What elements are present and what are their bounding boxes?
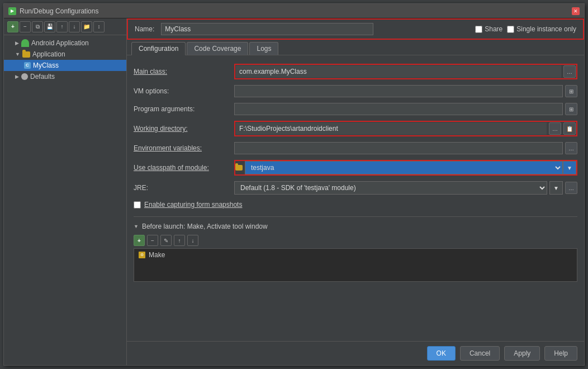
- working-dir-input[interactable]: [236, 122, 547, 135]
- tabs-row: Configuration Code Coverage Logs: [127, 40, 584, 55]
- capture-snapshots-checkbox[interactable]: [134, 201, 141, 209]
- main-class-label: Main class:: [134, 68, 234, 75]
- share-row: Share Single instance only: [475, 25, 576, 33]
- env-vars-label: Environment variables:: [134, 144, 234, 152]
- close-button[interactable]: ✕: [572, 7, 580, 15]
- tree-item-android-app[interactable]: ▶ Android Application: [4, 37, 126, 49]
- title-bar: ▶ Run/Debug Configurations ✕: [4, 4, 584, 18]
- copy-config-button[interactable]: ⧉: [32, 21, 43, 32]
- tree-label-defaults: Defaults: [30, 73, 55, 81]
- tree-arrow-app: ▼: [15, 51, 20, 57]
- move-down-button[interactable]: ↓: [69, 21, 80, 32]
- make-icon: ⚙: [139, 252, 145, 258]
- configuration-form: Main class: … VM options: ⊞ Pr: [127, 55, 584, 341]
- vm-options-expand-button[interactable]: ⊞: [565, 85, 577, 97]
- main-class-input[interactable]: [236, 65, 561, 78]
- env-vars-row: Environment variables: …: [134, 139, 577, 157]
- tree-arrow-defaults: ▶: [15, 74, 19, 79]
- single-instance-checkbox[interactable]: [507, 26, 514, 33]
- share-label: Share: [485, 25, 502, 33]
- tree-item-myclass[interactable]: C MyClass: [4, 60, 126, 71]
- working-dir-row: Working directory: … 📋: [134, 118, 577, 139]
- class-icon: C: [24, 62, 31, 69]
- launch-toolbar: + − ✎ ↑ ↓: [134, 233, 577, 248]
- vm-options-label: VM options:: [134, 87, 234, 95]
- left-toolbar: + − ⧉ 💾 ↑ ↓ 📁 ↕: [4, 18, 126, 35]
- save-config-button[interactable]: 💾: [44, 21, 55, 32]
- ok-button[interactable]: OK: [427, 346, 456, 361]
- jre-dropdown-arrow[interactable]: ▼: [549, 181, 563, 195]
- tree-label-android: Android Application: [31, 39, 89, 47]
- vm-options-wrap: ⊞: [234, 85, 577, 97]
- program-args-input[interactable]: [234, 103, 563, 115]
- config-tree: ▶ Android Application ▼ Application C My…: [4, 35, 126, 365]
- jre-select[interactable]: Default (1.8 - SDK of 'testjava' module): [234, 181, 547, 195]
- apply-button[interactable]: Apply: [504, 346, 540, 361]
- defaults-icon: [21, 73, 28, 80]
- main-class-input-wrap: …: [234, 64, 577, 79]
- classpath-dropdown-arrow[interactable]: ▼: [563, 161, 576, 174]
- left-panel: + − ⧉ 💾 ↑ ↓ 📁 ↕ ▶ Android Application ▼: [4, 18, 127, 365]
- vm-options-input[interactable]: [234, 85, 563, 97]
- sort-button[interactable]: ↕: [93, 21, 105, 32]
- tab-configuration[interactable]: Configuration: [131, 42, 186, 55]
- move-up-button[interactable]: ↑: [56, 21, 68, 32]
- name-label: Name:: [135, 25, 154, 33]
- tab-code-coverage[interactable]: Code Coverage: [187, 42, 248, 55]
- tree-arrow-android: ▶: [15, 40, 19, 46]
- classpath-select-wrap: testjava ▼: [234, 160, 577, 176]
- program-args-expand-button[interactable]: ⊞: [565, 103, 577, 115]
- cancel-button[interactable]: Cancel: [460, 346, 500, 361]
- program-args-row: Program arguments: ⊞: [134, 100, 577, 118]
- working-dir-browse-button[interactable]: …: [549, 122, 561, 135]
- classpath-folder-icon: [235, 165, 243, 171]
- classpath-select[interactable]: testjava: [245, 161, 563, 174]
- jre-label: JRE:: [134, 184, 234, 192]
- working-dir-var-button[interactable]: 📋: [563, 122, 576, 135]
- launch-remove-button[interactable]: −: [147, 235, 158, 246]
- launch-edit-button[interactable]: ✎: [160, 235, 172, 246]
- name-input[interactable]: [161, 23, 373, 35]
- folder-button[interactable]: 📁: [81, 21, 92, 32]
- right-panel: Name: Share Single instance only Confi: [127, 18, 584, 365]
- run-debug-dialog: ▶ Run/Debug Configurations ✕ + − ⧉ 💾 ↑ ↓…: [3, 3, 585, 366]
- tree-item-application[interactable]: ▼ Application: [4, 49, 126, 60]
- before-launch-arrow: ▼: [134, 224, 139, 229]
- env-vars-wrap: …: [234, 142, 577, 154]
- launch-up-button[interactable]: ↑: [174, 235, 185, 246]
- remove-config-button[interactable]: −: [20, 21, 31, 32]
- help-button[interactable]: Help: [544, 346, 577, 361]
- share-checkbox[interactable]: [475, 26, 482, 33]
- before-launch-header: ▼ Before launch: Make, Activate tool win…: [134, 220, 577, 233]
- launch-down-button[interactable]: ↓: [187, 235, 198, 246]
- bottom-bar: OK Cancel Apply Help: [127, 341, 584, 365]
- classpath-row: Use classpath of module: testjava ▼: [134, 157, 577, 178]
- before-launch-list: ⚙ Make: [134, 248, 577, 282]
- env-vars-input[interactable]: [234, 142, 563, 154]
- tree-item-defaults[interactable]: ▶ Defaults: [4, 71, 126, 82]
- capture-snapshots-row: Enable capturing form snapshots: [134, 197, 577, 212]
- main-class-browse-button[interactable]: …: [563, 65, 576, 78]
- tree-label-application: Application: [32, 50, 65, 58]
- jre-row: JRE: Default (1.8 - SDK of 'testjava' mo…: [134, 178, 577, 197]
- classpath-label: Use classpath of module:: [134, 164, 234, 172]
- android-icon: [21, 39, 29, 47]
- main-content: + − ⧉ 💾 ↑ ↓ 📁 ↕ ▶ Android Application ▼: [4, 18, 584, 365]
- dialog-icon: ▶: [8, 7, 16, 15]
- folder-icon: [22, 51, 30, 58]
- before-launch-title: Before launch: Make, Activate tool windo…: [142, 223, 268, 230]
- launch-add-button[interactable]: +: [134, 235, 145, 246]
- jre-browse-button[interactable]: …: [565, 182, 577, 194]
- working-dir-label: Working directory:: [134, 125, 234, 133]
- env-vars-browse-button[interactable]: …: [565, 142, 577, 154]
- name-row: Name: Share Single instance only: [127, 18, 584, 40]
- tab-logs[interactable]: Logs: [249, 42, 278, 55]
- capture-snapshots-label[interactable]: Enable capturing form snapshots: [144, 201, 242, 209]
- single-instance-label[interactable]: Single instance only: [507, 25, 576, 33]
- tree-label-myclass: MyClass: [33, 62, 59, 69]
- launch-list-item: ⚙ Make: [134, 249, 577, 261]
- share-checkbox-label[interactable]: Share: [475, 25, 502, 33]
- single-instance-text: Single instance only: [516, 25, 576, 33]
- program-args-label: Program arguments:: [134, 105, 234, 113]
- add-config-button[interactable]: +: [7, 21, 18, 32]
